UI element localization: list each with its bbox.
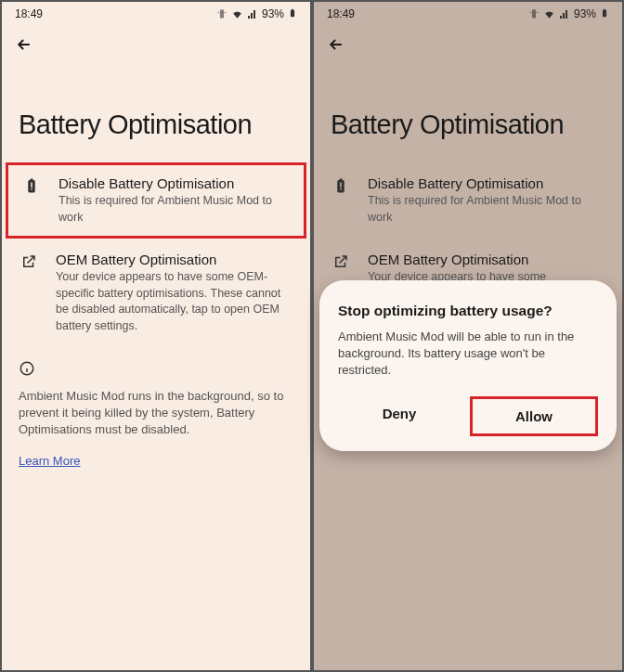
oem-battery-optimisation-item[interactable]: OEM Battery Optimisation Your device app… xyxy=(2,239,310,347)
status-time: 18:49 xyxy=(15,7,43,20)
dialog-body: Ambient Music Mod will be able to run in… xyxy=(338,329,598,380)
status-right: 93% xyxy=(528,6,609,22)
vibrate-icon xyxy=(528,8,540,19)
signal-icon xyxy=(559,8,570,19)
item-title: OEM Battery Optimisation xyxy=(368,252,605,267)
signal-icon xyxy=(247,8,258,19)
back-button[interactable] xyxy=(15,35,33,54)
battery-alert-icon xyxy=(21,175,42,194)
deny-button[interactable]: Deny xyxy=(338,396,461,436)
learn-more-link[interactable]: Learn More xyxy=(2,454,97,468)
open-external-icon xyxy=(19,252,39,270)
status-time: 18:49 xyxy=(327,7,355,20)
battery-usage-dialog: Stop optimizing battery usage? Ambient M… xyxy=(319,280,617,451)
page-title: Battery Optimisation xyxy=(314,63,622,162)
item-title: OEM Battery Optimisation xyxy=(56,252,293,267)
status-right: 93% xyxy=(216,6,297,22)
battery-pct: 93% xyxy=(574,7,596,20)
wifi-icon xyxy=(543,8,555,20)
allow-button[interactable]: Allow xyxy=(470,396,598,436)
item-text: Disable Battery Optimisation This is req… xyxy=(58,175,291,226)
item-title: Disable Battery Optimisation xyxy=(58,175,291,191)
item-text: Disable Battery Optimisation This is req… xyxy=(368,175,605,226)
disable-battery-optimisation-item[interactable]: Disable Battery Optimisation This is req… xyxy=(6,162,306,239)
screen-right: 18:49 93% Battery Optimisation D xyxy=(312,0,624,672)
info-text: Ambient Music Mod runs in the background… xyxy=(2,388,310,452)
status-bar: 18:49 93% xyxy=(314,2,622,26)
item-text: OEM Battery Optimisation Your device app… xyxy=(56,252,293,334)
vibrate-icon xyxy=(216,8,228,19)
battery-icon xyxy=(288,6,297,22)
battery-icon xyxy=(600,6,609,22)
item-subtitle: This is required for Ambient Music Mod t… xyxy=(368,193,605,226)
item-title: Disable Battery Optimisation xyxy=(368,175,605,191)
battery-alert-icon xyxy=(331,175,351,194)
wifi-icon xyxy=(231,8,243,20)
disable-battery-optimisation-item[interactable]: Disable Battery Optimisation This is req… xyxy=(314,162,622,239)
screen-left: 18:49 93% Battery Optimisation D xyxy=(0,0,312,672)
battery-pct: 93% xyxy=(262,7,284,20)
info-icon xyxy=(2,347,310,388)
item-subtitle: Your device appears to have some OEM-spe… xyxy=(56,269,293,334)
page-title: Battery Optimisation xyxy=(2,63,310,162)
open-external-icon xyxy=(331,252,351,270)
nav-bar xyxy=(2,26,310,63)
dialog-actions: Deny Allow xyxy=(338,396,598,436)
dialog-title: Stop optimizing battery usage? xyxy=(338,303,598,319)
nav-bar xyxy=(314,26,622,63)
status-bar: 18:49 93% xyxy=(2,2,310,26)
back-button[interactable] xyxy=(327,35,345,54)
item-subtitle: This is required for Ambient Music Mod t… xyxy=(58,193,291,226)
